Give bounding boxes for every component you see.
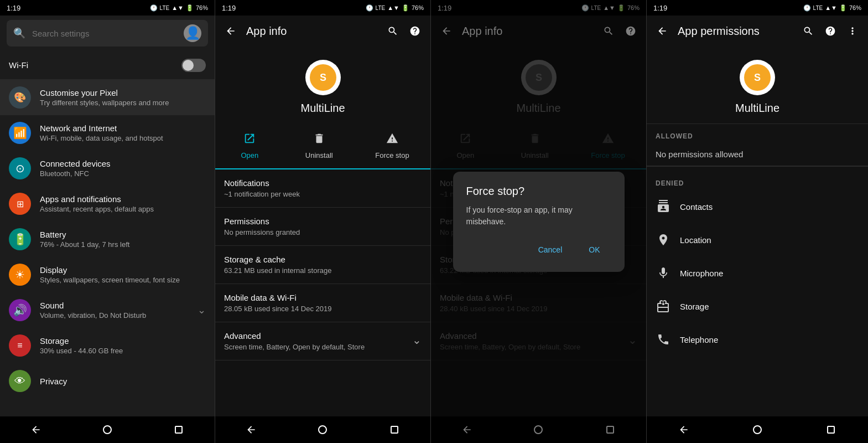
nav-bar-2 [215, 416, 430, 443]
mobile-data-item-2[interactable]: Mobile data & Wi-Fi 28.05 kB used since … [215, 284, 430, 322]
toolbar-4: App permissions [647, 16, 868, 47]
back-button-4[interactable] [651, 20, 673, 42]
status-time-2: 1:19 [222, 4, 236, 12]
settings-item-customize[interactable]: 🎨 Customise your Pixel Try different sty… [0, 80, 215, 115]
privacy-title: Privacy [40, 377, 206, 386]
panel-app-info-dialog: 1:19 🕐 LTE ▲▼ 🔋 76% App info S MultiLi [430, 0, 646, 443]
wifi-row[interactable]: Wi-Fi [0, 51, 215, 80]
recents-nav-btn-2[interactable] [378, 419, 411, 441]
settings-text-battery: Battery 76% - About 1 day, 7 hrs left [40, 230, 206, 249]
help-button-4[interactable] [819, 20, 841, 42]
signal-icon-2: ▲▼ [387, 4, 399, 11]
advanced-chevron-2: ⌄ [412, 333, 422, 347]
battery-icon-4: 🔋 [839, 4, 847, 12]
recents-nav-btn-4[interactable] [814, 419, 848, 441]
sidebar-item-network[interactable]: 📶 Network and Internet Wi-Fi, mobile, da… [0, 115, 215, 151]
microphone-label: Microphone [680, 269, 723, 278]
customize-icon: 🎨 [9, 86, 31, 109]
app-name-4: MultiLine [735, 102, 779, 115]
force-stop-button-2[interactable]: Force stop [366, 128, 418, 164]
back-button-2[interactable] [220, 20, 242, 42]
dialog-message: If you force-stop an app, it may misbeha… [466, 204, 611, 228]
search-bar[interactable]: 🔍 👤 [7, 20, 208, 47]
contacts-icon [656, 199, 671, 214]
permission-item-microphone[interactable]: Microphone [647, 256, 868, 290]
uninstall-label-2: Uninstall [305, 151, 333, 159]
search-button-4[interactable] [797, 20, 819, 42]
home-nav-btn-2[interactable] [306, 419, 339, 441]
display-subtitle: Styles, wallpapers, screen timeout, font… [40, 276, 206, 284]
force-stop-label-2: Force stop [375, 151, 409, 159]
avatar[interactable]: 👤 [184, 24, 201, 42]
open-button-2[interactable]: Open [227, 128, 272, 164]
allowed-section: ALLOWED [647, 124, 868, 143]
allowed-section-title: ALLOWED [656, 132, 693, 140]
permission-item-telephone[interactable]: Telephone [647, 323, 868, 356]
status-bar-1: 1:19 🕐 LTE ▲▼ 🔋 76% [0, 0, 215, 16]
permission-item-location[interactable]: Location [647, 223, 868, 256]
microphone-icon [656, 265, 671, 281]
devices-icon: ⊙ [9, 157, 31, 179]
app-header-4: S MultiLine [647, 47, 868, 123]
alarm-icon-4: 🕐 [803, 4, 811, 12]
devices-subtitle: Bluetooth, NFC [40, 169, 206, 178]
home-nav-btn-4[interactable] [741, 419, 774, 441]
wifi-label: Wi-Fi [9, 60, 181, 70]
notifications-value-2: ~1 notification per week [224, 190, 422, 198]
permission-item-storage[interactable]: Storage [647, 290, 868, 323]
overflow-button-4[interactable] [841, 20, 864, 42]
battery-pct-1: 76% [196, 4, 208, 11]
sidebar-item-battery[interactable]: 🔋 Battery 76% - About 1 day, 7 hrs left [0, 222, 215, 257]
back-nav-btn-2[interactable] [235, 419, 268, 441]
devices-title: Connected devices [40, 159, 206, 168]
apps-icon: ⊞ [9, 193, 31, 215]
storage-item-2[interactable]: Storage & cache 63.21 MB used in interna… [215, 246, 430, 284]
back-nav-btn-1[interactable] [19, 419, 53, 441]
notifications-title-2: Notifications [224, 178, 422, 188]
permissions-item-2[interactable]: Permissions No permissions granted [215, 208, 430, 246]
search-input[interactable] [32, 29, 177, 38]
dialog-overlay: Force stop? If you force-stop an app, it… [431, 0, 646, 443]
settings-text-storage: Storage 30% used - 44.60 GB free [40, 336, 206, 355]
status-icons-2: 🕐 LTE ▲▼ 🔋 76% [366, 4, 424, 12]
display-icon: ☀ [9, 264, 31, 286]
status-icons-4: 🕐 LTE ▲▼ 🔋 76% [803, 4, 861, 12]
storage-perm-icon [656, 298, 671, 314]
nav-bar-1 [0, 416, 215, 443]
advanced-item-2[interactable]: Advanced Screen time, Battery, Open by d… [215, 322, 430, 360]
app-icon-4: S [740, 60, 775, 95]
sound-icon: 🔊 [9, 299, 31, 321]
recents-nav-btn-1[interactable] [162, 419, 195, 441]
wifi-toggle[interactable] [181, 59, 206, 72]
divider-4b [647, 166, 868, 167]
sidebar-item-privacy[interactable]: 👁 Privacy [0, 363, 215, 399]
help-button-2[interactable] [404, 20, 426, 42]
open-icon-2 [243, 132, 256, 148]
app-header-2: S MultiLine [215, 47, 430, 123]
denied-section: DENIED [647, 171, 868, 190]
sidebar-item-display[interactable]: ☀ Display Styles, wallpapers, screen tim… [0, 257, 215, 292]
sidebar-item-storage[interactable]: ≡ Storage 30% used - 44.60 GB free [0, 328, 215, 363]
toolbar-title-4: App permissions [673, 25, 797, 38]
panel-settings: 1:19 🕐 LTE ▲▼ 🔋 76% 🔍 👤 Wi-Fi 🎨 Customis… [0, 0, 215, 443]
sidebar-item-sound[interactable]: 🔊 Sound Volume, vibration, Do Not Distur… [0, 292, 215, 328]
search-button-2[interactable] [382, 20, 404, 42]
force-stop-icon-2 [386, 132, 398, 148]
permission-item-contacts[interactable]: Contacts [647, 190, 868, 223]
settings-text-sound: Sound Volume, vibration, Do Not Disturb [40, 301, 189, 320]
toggle-knob [183, 60, 194, 71]
status-icons-1: 🕐 LTE ▲▼ 🔋 76% [150, 4, 208, 12]
privacy-icon: 👁 [9, 370, 31, 392]
dialog-ok-button[interactable]: OK [578, 241, 611, 259]
back-nav-btn-4[interactable] [667, 419, 700, 441]
advanced-title-2: Advanced [224, 331, 365, 341]
app-icon-2: S [305, 60, 341, 95]
home-nav-btn-1[interactable] [91, 419, 124, 441]
dialog-cancel-button[interactable]: Cancel [527, 241, 574, 259]
sidebar-item-devices[interactable]: ⊙ Connected devices Bluetooth, NFC [0, 151, 215, 186]
open-label-2: Open [241, 151, 258, 159]
sidebar-item-apps[interactable]: ⊞ Apps and notifications Assistant, rece… [0, 186, 215, 222]
uninstall-button-2[interactable]: Uninstall [297, 128, 342, 164]
notifications-item-2[interactable]: Notifications ~1 notification per week [215, 169, 430, 208]
battery-pct-4: 76% [849, 4, 861, 11]
